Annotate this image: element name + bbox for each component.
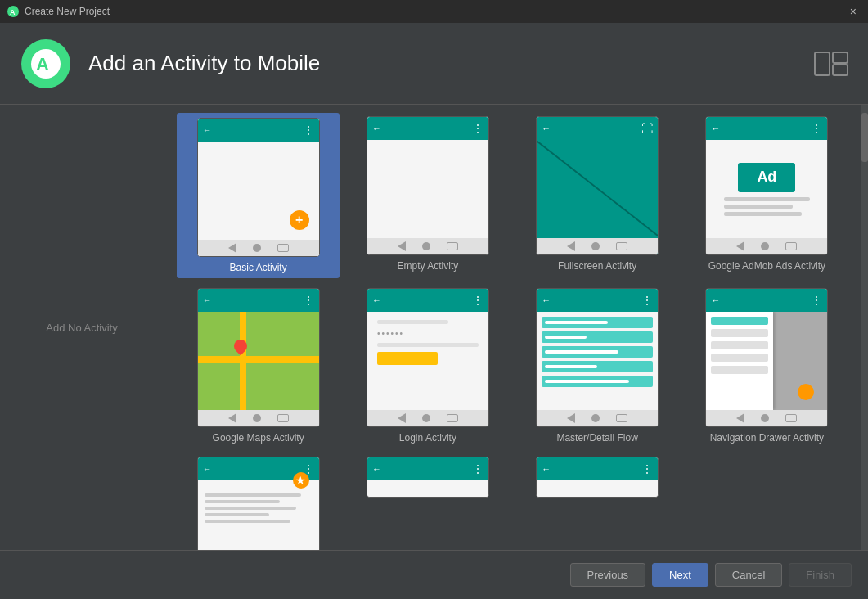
maps-topbar: ← ⋮ [198, 289, 319, 312]
back-arrow-icon: ← [372, 295, 381, 305]
road-vertical [240, 312, 246, 410]
svg-text:A: A [36, 54, 49, 74]
svg-rect-5 [815, 52, 830, 75]
phone-bottom-bar [367, 410, 488, 426]
admob-lines [724, 197, 811, 216]
title-bar-text: Create New Project [25, 6, 110, 17]
sc-content [198, 487, 319, 529]
sc-body: ★ [198, 480, 319, 550]
menu-dots-icon: ⋮ [641, 462, 653, 475]
cancel-button[interactable]: Cancel [715, 563, 782, 587]
sc-fab: ★ [293, 472, 309, 489]
back-arrow-icon: ← [203, 125, 212, 135]
empty-activity-preview: ← ⋮ [367, 116, 489, 255]
back-arrow-icon: ← [542, 124, 551, 133]
activity-card-navdrawer[interactable]: ← ⋮ [686, 285, 848, 447]
activity-card-empty[interactable]: ← ⋮ Empty Activity [346, 113, 509, 278]
activity-card-masterdetail[interactable]: ← ⋮ Mas [516, 285, 679, 447]
back-arrow-icon: ← [372, 124, 381, 133]
main-content: Add No Activity ← ⋮ + [0, 105, 868, 550]
phone-bottom-bar [706, 238, 827, 254]
login-button-preview [377, 352, 438, 365]
activity-label-fullscreen: Fullscreen Activity [558, 260, 636, 272]
back-nav-icon [228, 243, 236, 253]
phone-bottom-bar [198, 240, 319, 256]
activity-label-navdrawer: Navigation Drawer Activity [710, 432, 824, 444]
back-arrow-icon: ← [203, 295, 212, 305]
scrollbar-thumb[interactable] [861, 113, 868, 162]
activity-label-admob: Google AdMob Ads Activity [708, 260, 825, 272]
masterdetail-activity-preview: ← ⋮ [536, 288, 659, 427]
finish-button[interactable]: Finish [789, 563, 852, 587]
activity-card-maps[interactable]: ← ⋮ G [177, 285, 340, 447]
partial-preview-2: ← ⋮ [536, 457, 659, 498]
back-nav-icon [398, 413, 406, 423]
menu-dots-icon: ⋮ [472, 122, 483, 135]
home-nav-icon [761, 242, 769, 250]
activity-card-fullscreen[interactable]: ← ⛶ Fullscreen Activity [516, 113, 679, 278]
back-nav-icon [567, 241, 575, 251]
previous-button[interactable]: Previous [570, 563, 646, 587]
page-title: Add an Activity to Mobile [88, 51, 798, 76]
activity-card-login[interactable]: ← ⋮ •••••• Login Acti [346, 285, 509, 447]
road-horizontal [198, 356, 319, 363]
back-arrow-icon: ← [203, 464, 212, 474]
recents-nav-icon [277, 414, 289, 422]
login-topbar: ← ⋮ [367, 289, 488, 312]
navdrawer-activity-preview: ← ⋮ [705, 288, 828, 427]
back-arrow-icon: ← [711, 295, 720, 305]
svg-rect-6 [833, 52, 848, 63]
ad-badge: Ad [738, 163, 795, 192]
back-arrow-icon: ← [542, 295, 551, 305]
maps-activity-preview: ← ⋮ [197, 288, 320, 427]
back-nav-icon [228, 413, 236, 423]
nd-topbar: ← ⋮ [706, 289, 827, 312]
diagonal-decoration [537, 140, 658, 254]
nd-body [706, 312, 827, 410]
layout-toggle[interactable] [814, 52, 848, 76]
fullscreen-topbar: ← ⛶ [537, 117, 658, 140]
scrolling-activity-preview: ← ⋮ ★ [197, 457, 320, 550]
scrollbar[interactable] [861, 105, 868, 550]
recents-nav-icon [447, 414, 458, 422]
android-studio-icon: A [7, 5, 20, 18]
title-bar: A Create New Project × [0, 0, 868, 23]
activity-card-scrolling[interactable]: ← ⋮ ★ [177, 453, 340, 550]
back-arrow-icon: ← [372, 464, 381, 474]
no-activity-label: Add No Activity [46, 322, 117, 334]
menu-dots-icon: ⋮ [472, 462, 483, 475]
home-nav-icon [591, 414, 600, 422]
home-nav-icon [253, 244, 261, 252]
activity-card-basic[interactable]: ← ⋮ + Basic Activity [177, 113, 340, 278]
back-nav-icon [736, 241, 744, 251]
home-nav-icon [591, 242, 600, 250]
next-button[interactable]: Next [652, 563, 708, 587]
recents-nav-icon [785, 414, 797, 422]
phone-bottom-bar [537, 238, 658, 254]
back-arrow-icon: ← [711, 124, 720, 133]
admob-activity-preview: ← ⋮ Ad [705, 116, 828, 255]
home-nav-icon [253, 414, 261, 422]
activity-label-basic: Basic Activity [230, 262, 287, 273]
back-nav-icon [567, 413, 575, 423]
activity-card-partial-1[interactable]: ← ⋮ [346, 453, 509, 502]
activity-card-partial-2[interactable]: ← ⋮ [516, 453, 679, 502]
close-button[interactable]: × [845, 3, 861, 20]
login-body: •••••• [367, 312, 488, 410]
activity-card-admob[interactable]: ← ⋮ Ad [686, 113, 848, 278]
footer: Previous Next Cancel Finish [0, 550, 868, 599]
md-body [537, 312, 658, 410]
expand-icon: ⛶ [641, 122, 653, 135]
menu-dots-icon: ⋮ [641, 294, 653, 307]
password-dots: •••••• [377, 329, 479, 338]
basic-activity-preview: ← ⋮ + [197, 118, 320, 257]
md-topbar: ← ⋮ [537, 289, 658, 312]
recents-nav-icon [616, 242, 627, 250]
header: A Add an Activity to Mobile [0, 23, 868, 105]
partial-preview-1: ← ⋮ [367, 457, 489, 498]
phone-bottom-bar [198, 410, 319, 426]
recents-nav-icon [785, 242, 797, 250]
activity-label-login: Login Activity [399, 432, 456, 444]
activity-label-maps: Google Maps Activity [213, 432, 304, 444]
svg-rect-7 [833, 65, 848, 75]
